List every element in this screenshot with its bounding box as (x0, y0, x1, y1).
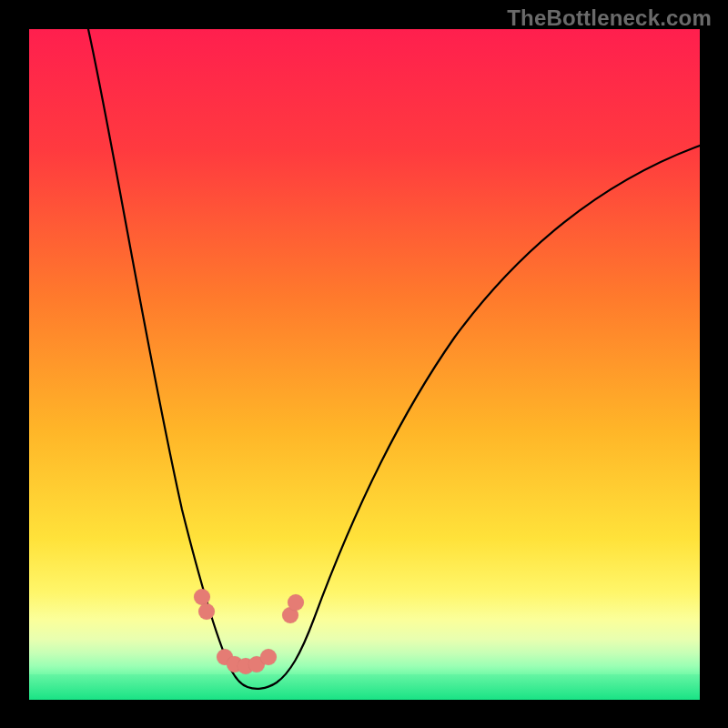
data-point-marker (288, 594, 304, 611)
chart-root: { "watermark": { "text": "TheBottleneck.… (0, 0, 728, 728)
data-point-marker (198, 603, 215, 620)
plot-area (29, 29, 700, 700)
bottleneck-curve (29, 29, 700, 700)
watermark-text: TheBottleneck.com (507, 5, 712, 31)
data-point-marker (260, 649, 277, 665)
